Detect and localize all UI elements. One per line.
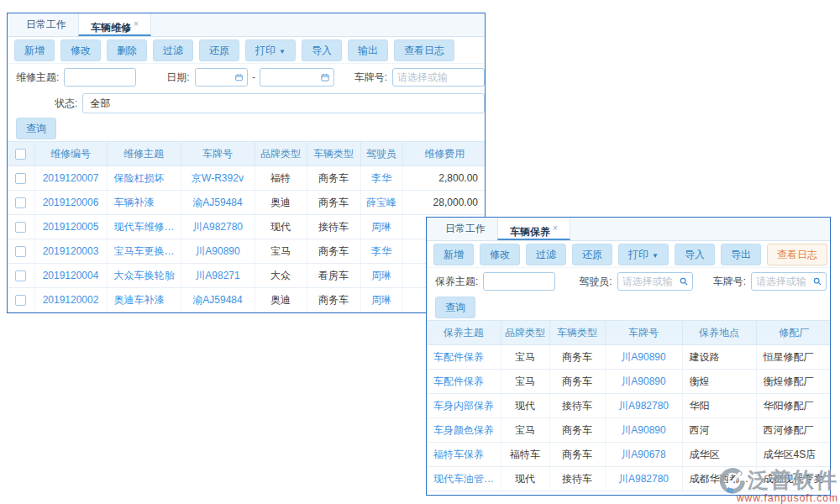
cell-link[interactable]: 川A90890	[605, 370, 682, 394]
calendar-icon[interactable]	[321, 72, 329, 82]
watermark-url: www.fanpusoft.com	[719, 492, 838, 504]
cell-text: 奥迪	[255, 288, 307, 312]
repair-query-button[interactable]: 查询	[16, 118, 56, 139]
tab-vehicle-repair[interactable]: 车辆维修×	[78, 13, 151, 36]
repair-status-select[interactable]: 全部	[82, 93, 485, 113]
toolbar-button-add[interactable]: 新增	[433, 244, 474, 265]
maint-query-button[interactable]: 查询	[435, 297, 475, 318]
toolbar-button-edit[interactable]: 修改	[480, 244, 520, 265]
cell-link[interactable]: 渝AJ59484	[181, 191, 255, 215]
cell-link[interactable]: 车身内部保养	[427, 394, 501, 418]
cell-link[interactable]: 2019120003	[34, 239, 107, 264]
maint-subject-input[interactable]	[483, 272, 555, 291]
date-range-separator: -	[252, 71, 255, 83]
row-checkbox[interactable]	[15, 270, 26, 281]
cell-link[interactable]: 车辆补漆	[107, 191, 181, 215]
cell-link[interactable]: 李华	[360, 239, 402, 264]
toolbar-button-view-log[interactable]: 查看日志	[394, 39, 454, 61]
toolbar-button-delete[interactable]: 删除	[107, 39, 147, 61]
cell-text: 衡煌修配厂	[756, 370, 831, 394]
row-checkbox[interactable]	[15, 197, 26, 208]
cell-link[interactable]: 车配件保养	[427, 370, 501, 394]
toolbar-button-restore[interactable]: 还原	[199, 39, 239, 61]
tab-close-icon[interactable]: ×	[134, 19, 139, 29]
cell-text: 建设路	[682, 345, 756, 370]
toolbar-button-print[interactable]: 打印▼	[618, 244, 669, 265]
toolbar-button-output[interactable]: 输出	[348, 39, 388, 61]
cell-link[interactable]: 川A982780	[181, 215, 255, 239]
toolbar-button-import[interactable]: 导入	[302, 39, 342, 61]
toolbar-button-export[interactable]: 导出	[721, 244, 761, 265]
cell-link[interactable]: 川A982780	[605, 394, 682, 418]
cell-link[interactable]: 川A982780	[605, 467, 682, 491]
calendar-icon[interactable]	[235, 72, 243, 82]
cell-link[interactable]: 大众车换轮胎	[107, 264, 181, 288]
cell-link[interactable]: 2019120006	[34, 191, 107, 215]
driver-field[interactable]	[622, 276, 677, 287]
column-header: 车辆类型	[549, 321, 605, 345]
cell-link[interactable]: 2019120007	[34, 166, 107, 191]
plate-field[interactable]	[756, 276, 811, 287]
row-checkbox[interactable]	[15, 246, 26, 257]
column-header: 维修主题	[107, 142, 181, 166]
fanpu-watermark: 泛普软件 www.fanpusoft.com	[719, 466, 838, 504]
row-checkbox[interactable]	[15, 222, 26, 233]
cell-text: 现代	[501, 394, 549, 418]
cell-link[interactable]: 福特车保养	[427, 443, 501, 467]
cell-link[interactable]: 奥迪车补漆	[107, 288, 181, 312]
repair-filters: 维修主题: 日期: - 车牌号:	[8, 64, 485, 141]
repair-subject-input[interactable]	[64, 68, 136, 87]
tab-daily-work[interactable]: 日常工作	[433, 218, 497, 240]
row-checkbox[interactable]	[15, 295, 26, 306]
repair-plate-input[interactable]	[392, 68, 485, 87]
cell-link[interactable]: 车身颜色保养	[427, 418, 501, 443]
toolbar-button-view-log[interactable]: 查看日志	[767, 244, 827, 265]
tab-daily-work[interactable]: 日常工作	[14, 13, 78, 36]
cell-link[interactable]: 李华	[360, 166, 402, 191]
cell-link[interactable]: 现代车维修发...	[107, 215, 181, 239]
toolbar-button-edit[interactable]: 修改	[60, 39, 101, 61]
cell-link[interactable]: 周琳	[360, 215, 402, 239]
cell-link[interactable]: 渝AJ59484	[181, 288, 255, 312]
cell-link[interactable]: 京W-R392v	[181, 166, 255, 191]
date-from-field[interactable]	[200, 71, 233, 83]
cell-link[interactable]: 周琳	[360, 288, 402, 312]
toolbar-button-restore[interactable]: 还原	[572, 244, 612, 265]
row-select-cell	[8, 215, 34, 239]
magnifier-icon[interactable]	[680, 276, 688, 286]
cell-link[interactable]: 川A90890	[605, 418, 682, 443]
cell-text: 华阳修配厂	[756, 394, 831, 418]
cell-link[interactable]: 2019120002	[34, 288, 107, 312]
toolbar-button-print[interactable]: 打印▼	[245, 39, 296, 61]
cell-link[interactable]: 薛宝峰	[360, 191, 402, 215]
table-row: 车配件保养宝马商务车川A90890建设路恒星修配厂	[427, 345, 831, 370]
cell-link[interactable]: 保险杠损坏	[107, 166, 181, 191]
cell-link[interactable]: 宝马车更换雨刷	[107, 239, 181, 264]
date-to-input[interactable]	[260, 68, 334, 87]
cell-link[interactable]: 周琳	[360, 264, 402, 288]
column-header: 车牌号	[181, 142, 255, 166]
toolbar-button-filter[interactable]: 过滤	[526, 244, 566, 265]
row-checkbox[interactable]	[15, 173, 26, 184]
magnifier-icon[interactable]	[813, 276, 822, 286]
toolbar-button-add[interactable]: 新增	[14, 39, 55, 61]
cell-link[interactable]: 川A90890	[181, 239, 255, 264]
date-from-input[interactable]	[195, 68, 248, 87]
cell-link[interactable]: 2019120004	[34, 264, 107, 288]
toolbar-button-filter[interactable]: 过滤	[153, 39, 193, 61]
date-to-field[interactable]	[265, 71, 318, 83]
cell-link[interactable]: 川A90678	[605, 443, 682, 467]
cell-link[interactable]: 川A90890	[605, 345, 682, 370]
toolbar-button-import[interactable]: 导入	[675, 244, 715, 265]
cell-link[interactable]: 川A98271	[181, 264, 255, 288]
maint-plate-input[interactable]	[751, 272, 827, 291]
tab-vehicle-maintenance[interactable]: 车辆保养×	[497, 218, 570, 240]
select-all-checkbox[interactable]	[15, 149, 26, 160]
cell-link[interactable]: 车配件保养	[427, 345, 501, 370]
cell-text: 成华区4S店	[756, 443, 831, 467]
maint-driver-input[interactable]	[617, 272, 693, 291]
cell-text: 商务车	[549, 370, 605, 394]
cell-link[interactable]: 2019120005	[34, 215, 107, 239]
cell-link[interactable]: 现代车油管维修	[427, 467, 501, 491]
tab-close-icon[interactable]: ×	[553, 223, 558, 233]
